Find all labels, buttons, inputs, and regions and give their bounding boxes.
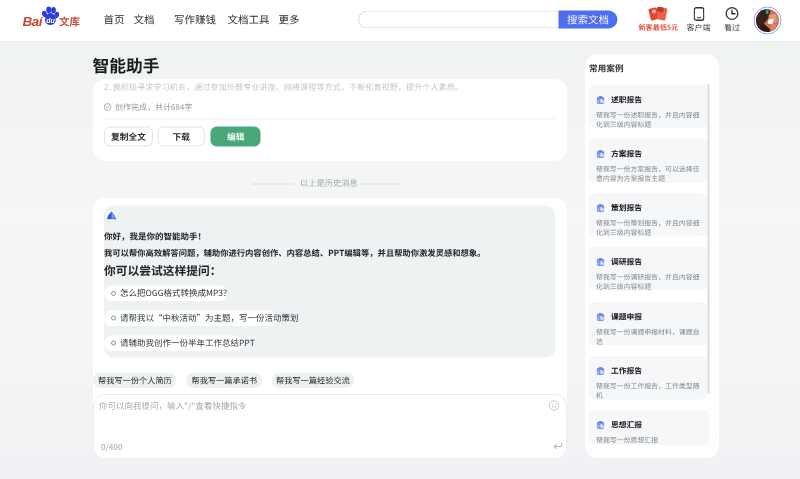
svg-text:du: du (46, 17, 55, 24)
